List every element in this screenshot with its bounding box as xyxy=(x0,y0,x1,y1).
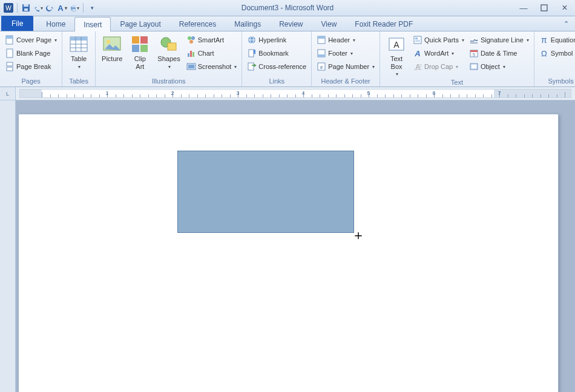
screenshot-icon xyxy=(186,62,196,71)
vertical-ruler[interactable] xyxy=(0,100,16,392)
symbol-button[interactable]: ΩSymbol xyxy=(538,47,575,60)
ribbon-minimize-icon[interactable]: ⌃ xyxy=(564,20,569,28)
group-label: Symbols xyxy=(538,77,575,86)
cover-page-icon xyxy=(5,35,15,45)
label: Page Number xyxy=(328,63,369,70)
group-links: Hyperlink Bookmark Cross-reference Links xyxy=(242,31,312,87)
svg-rect-59 xyxy=(470,50,478,52)
smartart-button[interactable]: SmartArt xyxy=(185,33,238,47)
tab-page-layout[interactable]: Page Layout xyxy=(111,16,169,31)
screenshot-button[interactable]: Screenshot xyxy=(185,60,238,73)
footer-button[interactable]: Footer xyxy=(315,47,376,60)
svg-rect-44 xyxy=(318,54,325,57)
label: Equation xyxy=(551,36,575,44)
label: Shapes xyxy=(157,55,180,63)
clip-art-icon xyxy=(130,34,150,54)
label: Cross-reference xyxy=(258,63,306,70)
minimize-button[interactable]: ― xyxy=(513,0,534,16)
chart-button[interactable]: Chart xyxy=(185,47,238,60)
drop-cap-icon: A xyxy=(413,62,422,71)
picture-button[interactable]: Picture xyxy=(99,33,125,64)
tab-view[interactable]: View xyxy=(312,16,346,31)
equation-icon: π xyxy=(539,35,549,45)
tab-references[interactable]: References xyxy=(170,16,225,31)
document-page[interactable]: ＋ xyxy=(18,114,559,392)
header-button[interactable]: Header xyxy=(315,33,376,47)
svg-rect-62 xyxy=(472,65,476,68)
tab-selector[interactable]: L xyxy=(0,87,16,100)
font-icon[interactable]: A xyxy=(58,3,67,13)
svg-rect-24 xyxy=(132,45,139,52)
svg-rect-35 xyxy=(188,65,194,68)
wordart-icon: A xyxy=(413,48,422,58)
label: Date & Time xyxy=(481,50,518,57)
picture-icon xyxy=(102,34,122,54)
blank-page-icon xyxy=(5,48,15,58)
group-illustrations: Picture Clip Art Shapes SmartArt Chart S… xyxy=(96,31,242,87)
quick-parts-icon xyxy=(413,35,422,45)
undo-icon[interactable] xyxy=(33,3,43,13)
page-break-button[interactable]: Page Break xyxy=(4,60,58,73)
label: Chart xyxy=(198,50,214,57)
svg-rect-7 xyxy=(72,9,76,11)
rectangle-shape[interactable] xyxy=(177,151,354,233)
cover-page-button[interactable]: Cover Page xyxy=(4,33,58,47)
blank-page-button[interactable]: Blank Page xyxy=(4,47,58,60)
equation-button[interactable]: πEquation xyxy=(538,33,575,47)
svg-point-30 xyxy=(189,40,193,44)
svg-rect-12 xyxy=(7,62,13,66)
tab-home[interactable]: Home xyxy=(37,16,74,31)
label: Cover Page xyxy=(16,36,51,44)
chart-icon xyxy=(186,48,196,58)
drop-cap-button[interactable]: ADrop Cap xyxy=(412,60,465,73)
tab-foxit[interactable]: Foxit Reader PDF xyxy=(346,16,422,31)
header-icon xyxy=(317,35,326,45)
svg-text:A: A xyxy=(415,63,421,71)
group-label: Text xyxy=(384,78,530,87)
date-time-button[interactable]: 5Date & Time xyxy=(468,47,530,60)
text-box-button[interactable]: A Text Box xyxy=(384,33,409,78)
bookmark-button[interactable]: Bookmark xyxy=(246,47,307,60)
crosshair-cursor: ＋ xyxy=(352,229,365,242)
cross-reference-button[interactable]: Cross-reference xyxy=(246,60,307,73)
save-icon[interactable] xyxy=(21,3,31,13)
svg-rect-22 xyxy=(132,36,139,44)
group-label: Header & Footer xyxy=(315,77,376,86)
tab-file[interactable]: File xyxy=(1,16,33,31)
tab-review[interactable]: Review xyxy=(270,16,312,31)
redo-icon[interactable] xyxy=(45,3,55,13)
table-button[interactable]: Table xyxy=(66,33,91,71)
signature-icon xyxy=(469,35,479,45)
smartart-icon xyxy=(186,35,196,45)
svg-rect-10 xyxy=(6,36,13,39)
ribbon: Cover Page Blank Page Page Break Pages T… xyxy=(0,31,575,87)
hyperlink-button[interactable]: Hyperlink xyxy=(246,33,307,47)
shapes-button[interactable]: Shapes xyxy=(155,33,182,71)
close-button[interactable]: × xyxy=(554,0,575,16)
svg-rect-6 xyxy=(72,5,76,7)
group-label: Illustrations xyxy=(99,77,238,86)
table-icon xyxy=(69,34,88,54)
svg-point-28 xyxy=(188,36,191,40)
qat-customize-icon[interactable]: ▾ xyxy=(87,3,97,13)
svg-rect-40 xyxy=(248,63,254,70)
quick-parts-button[interactable]: Quick Parts xyxy=(412,33,465,47)
maximize-button[interactable] xyxy=(534,0,554,16)
horizontal-ruler[interactable]: 1234567 xyxy=(19,89,571,98)
svg-rect-13 xyxy=(7,67,13,71)
document-area: ＋ xyxy=(0,100,575,392)
tab-insert[interactable]: Insert xyxy=(74,17,111,31)
label: Drop Cap xyxy=(424,63,453,70)
wordart-button[interactable]: AWordArt xyxy=(412,47,465,60)
label: Blank Page xyxy=(16,50,50,57)
object-button[interactable]: Object xyxy=(468,60,530,73)
page-number-button[interactable]: #Page Number xyxy=(315,60,376,73)
signature-line-button[interactable]: Signature Line xyxy=(468,33,530,47)
svg-rect-4 xyxy=(24,8,28,11)
group-pages: Cover Page Blank Page Page Break Pages xyxy=(0,31,62,87)
ribbon-tabs: File Home Insert Page Layout References … xyxy=(0,16,575,31)
print-icon[interactable] xyxy=(70,3,79,13)
tab-mailings[interactable]: Mailings xyxy=(225,16,270,31)
clip-art-button[interactable]: Clip Art xyxy=(127,33,153,71)
svg-rect-3 xyxy=(24,4,28,7)
